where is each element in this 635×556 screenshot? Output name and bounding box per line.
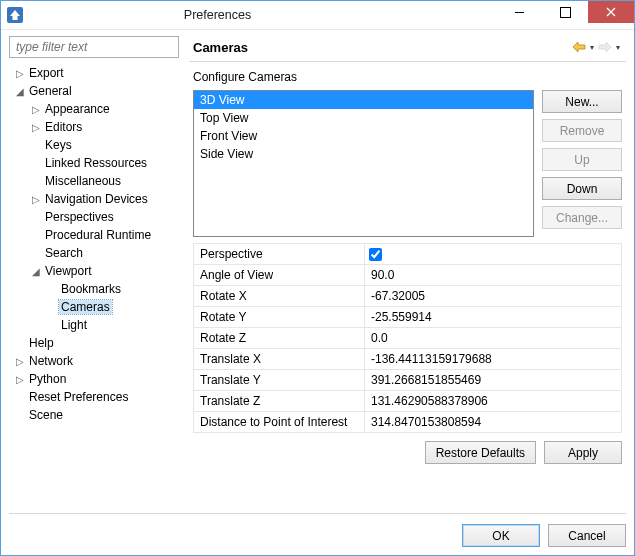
property-row: Angle of View: [194, 265, 621, 286]
tree-item-label: Appearance: [43, 102, 112, 116]
tree-twisty-icon[interactable]: ▷: [13, 356, 27, 367]
tree-twisty-icon[interactable]: ▷: [13, 68, 27, 79]
property-label: Translate Y: [194, 370, 364, 390]
camera-list[interactable]: 3D ViewTop ViewFront ViewSide View: [193, 90, 534, 237]
property-value: [364, 265, 621, 285]
tree-item[interactable]: Bookmarks: [9, 280, 179, 298]
close-icon: [606, 7, 616, 17]
tree-item[interactable]: ◢General: [9, 82, 179, 100]
tree-item[interactable]: Reset Preferences: [9, 388, 179, 406]
tree-item-label: Bookmarks: [59, 282, 123, 296]
tree-item[interactable]: Procedural Runtime: [9, 226, 179, 244]
new-button[interactable]: New...: [542, 90, 622, 113]
tree-item[interactable]: Perspectives: [9, 208, 179, 226]
property-input[interactable]: [365, 412, 621, 432]
property-checkbox[interactable]: [369, 248, 382, 261]
camera-item[interactable]: 3D View: [194, 91, 533, 109]
up-button: Up: [542, 148, 622, 171]
camera-list-row: 3D ViewTop ViewFront ViewSide View New..…: [193, 90, 622, 237]
tree-item-label: Cameras: [59, 300, 112, 314]
forward-button[interactable]: [597, 39, 613, 55]
back-menu[interactable]: ▾: [588, 39, 596, 55]
maximize-button[interactable]: [542, 1, 588, 23]
tree-item[interactable]: Miscellaneous: [9, 172, 179, 190]
property-label: Angle of View: [194, 265, 364, 285]
tree-item-label: Miscellaneous: [43, 174, 123, 188]
arrow-left-icon: [572, 41, 586, 53]
tree-item-label: General: [27, 84, 74, 98]
tree-item[interactable]: Cameras: [9, 298, 179, 316]
property-value: [364, 286, 621, 306]
tree-twisty-icon[interactable]: ◢: [13, 86, 27, 97]
tree-item-label: Light: [59, 318, 89, 332]
tree-item-label: Python: [27, 372, 68, 386]
tree-item[interactable]: Scene: [9, 406, 179, 424]
tree-item-label: Scene: [27, 408, 65, 422]
tree-twisty-icon[interactable]: ▷: [29, 194, 43, 205]
tree-twisty-icon[interactable]: ◢: [29, 266, 43, 277]
tree-item[interactable]: Keys: [9, 136, 179, 154]
property-input[interactable]: [365, 349, 621, 369]
property-value: [364, 328, 621, 348]
tree-item[interactable]: ▷Editors: [9, 118, 179, 136]
property-input[interactable]: [365, 391, 621, 411]
property-input[interactable]: [365, 265, 621, 285]
cancel-button[interactable]: Cancel: [548, 524, 626, 547]
minimize-button[interactable]: [496, 1, 542, 23]
tree-item[interactable]: Help: [9, 334, 179, 352]
tree-item[interactable]: ▷Export: [9, 64, 179, 82]
tree-item[interactable]: ▷Navigation Devices: [9, 190, 179, 208]
tree-twisty-icon[interactable]: ▷: [13, 374, 27, 385]
property-row: Rotate X: [194, 286, 621, 307]
tree-item-label: Help: [27, 336, 56, 350]
preference-tree[interactable]: ▷Export◢General▷Appearance▷EditorsKeysLi…: [9, 64, 179, 505]
page-subtitle: Configure Cameras: [189, 62, 626, 90]
camera-item[interactable]: Top View: [194, 109, 533, 127]
tree-item-label: Search: [43, 246, 85, 260]
filter-input[interactable]: [14, 39, 174, 55]
tree-item[interactable]: ▷Appearance: [9, 100, 179, 118]
property-input[interactable]: [365, 370, 621, 390]
property-row: Rotate Y: [194, 307, 621, 328]
ok-button[interactable]: OK: [462, 524, 540, 547]
tree-item-label: Network: [27, 354, 75, 368]
property-label: Rotate Z: [194, 328, 364, 348]
tree-item-label: Perspectives: [43, 210, 116, 224]
tree-item[interactable]: ▷Network: [9, 352, 179, 370]
property-value: [364, 307, 621, 327]
property-input[interactable]: [365, 328, 621, 348]
tree-item-label: Export: [27, 66, 66, 80]
property-label: Rotate Y: [194, 307, 364, 327]
tree-item[interactable]: Linked Ressources: [9, 154, 179, 172]
filter-box[interactable]: [9, 36, 179, 58]
close-button[interactable]: [588, 1, 634, 23]
tree-item-label: Reset Preferences: [27, 390, 130, 404]
tree-item-label: Linked Ressources: [43, 156, 149, 170]
tree-item[interactable]: Light: [9, 316, 179, 334]
title-bar: Preferences: [1, 1, 634, 30]
dialog-body: ▷Export◢General▷Appearance▷EditorsKeysLi…: [1, 30, 634, 505]
property-label: Translate Z: [194, 391, 364, 411]
tree-item-label: Procedural Runtime: [43, 228, 153, 242]
page-buttons: Restore Defaults Apply: [189, 433, 626, 464]
property-label: Distance to Point of Interest: [194, 412, 364, 432]
change-button: Change...: [542, 206, 622, 229]
down-button[interactable]: Down: [542, 177, 622, 200]
restore-defaults-button[interactable]: Restore Defaults: [425, 441, 536, 464]
property-input[interactable]: [365, 286, 621, 306]
property-input[interactable]: [365, 307, 621, 327]
dialog-footer: OK Cancel: [9, 513, 626, 547]
camera-item[interactable]: Front View: [194, 127, 533, 145]
back-button[interactable]: [571, 39, 587, 55]
tree-twisty-icon[interactable]: ▷: [29, 104, 43, 115]
camera-item[interactable]: Side View: [194, 145, 533, 163]
tree-item[interactable]: ▷Python: [9, 370, 179, 388]
tree-item[interactable]: Search: [9, 244, 179, 262]
apply-button[interactable]: Apply: [544, 441, 622, 464]
preferences-window: Preferences ▷Export◢General▷Appearance▷E…: [0, 0, 635, 556]
sidebar: ▷Export◢General▷Appearance▷EditorsKeysLi…: [9, 36, 179, 505]
forward-menu[interactable]: ▾: [614, 39, 622, 55]
property-value: [364, 370, 621, 390]
tree-item[interactable]: ◢Viewport: [9, 262, 179, 280]
tree-twisty-icon[interactable]: ▷: [29, 122, 43, 133]
